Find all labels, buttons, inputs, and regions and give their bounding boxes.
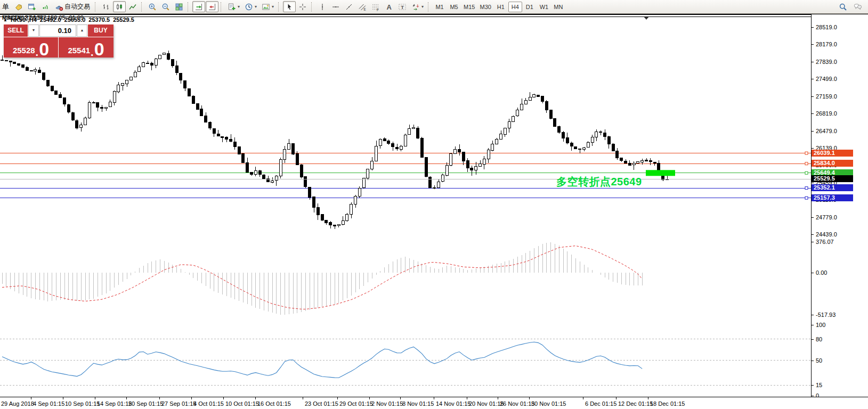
fibonacci-button[interactable]: F [369, 1, 382, 12]
tf-mn-button[interactable]: MN [551, 2, 565, 12]
tile-windows-button[interactable] [173, 1, 185, 12]
time-axis-tick [337, 397, 338, 399]
axis-tick [812, 148, 814, 149]
search-button[interactable] [837, 1, 849, 12]
indicators-icon [228, 3, 236, 11]
vertical-line-button[interactable] [316, 1, 329, 12]
axis-tick [812, 44, 814, 45]
periods-dropdown-icon[interactable]: ▾ [255, 4, 257, 9]
time-axis-tick [223, 397, 224, 399]
level-price-tag: 25352.1 [812, 184, 853, 191]
price-axis[interactable]: 28519.028179.027839.027499.027159.026819… [811, 14, 868, 397]
axis-tick [812, 131, 814, 132]
sell-price-dot: . [36, 48, 39, 56]
horizontal-line-icon [331, 3, 340, 11]
line-anchor-marker[interactable] [805, 152, 808, 154]
indicators-dropdown-icon[interactable]: ▾ [238, 4, 240, 9]
line-anchor-marker[interactable] [805, 162, 808, 165]
time-axis-tick [303, 397, 303, 399]
volume-decrease-button[interactable]: ▼ [28, 24, 39, 37]
time-axis-tick [191, 397, 192, 399]
arrows-button[interactable]: ▾ [409, 1, 426, 12]
crosshair-button[interactable] [296, 1, 309, 12]
sell-price-pips: 0 [39, 42, 49, 56]
rsi-scale-label: 15 [816, 382, 822, 388]
toolbar-separator [141, 2, 144, 12]
axis-tick [812, 113, 814, 114]
collapse-panel-icon[interactable]: ▲ [3, 17, 7, 23]
new-order-button[interactable] [12, 1, 25, 12]
toolbar: 单 自动交易▾▾▾EFAT▾M1M5M15M30H1H4D1W1MN [0, 0, 868, 14]
buy-price-button[interactable]: 25541.0 [59, 37, 113, 58]
bid-price-tag: 25529.5 [812, 175, 853, 182]
zoom-in-button[interactable] [146, 1, 159, 12]
price-tick-label: 28179.0 [816, 41, 837, 47]
tf-d1-button[interactable]: D1 [523, 2, 537, 12]
tf-m30-button[interactable]: M30 [477, 2, 493, 12]
chart-shift-button[interactable] [206, 1, 218, 12]
candlestick-chart-button[interactable] [113, 1, 126, 12]
tf-h1-button[interactable]: H1 [494, 2, 508, 12]
cursor-icon [285, 3, 294, 11]
main-chart-canvas[interactable] [0, 14, 811, 231]
line-anchor-marker[interactable] [805, 171, 808, 174]
tf-w1-button[interactable]: W1 [537, 2, 551, 12]
line-chart-button[interactable] [126, 1, 139, 12]
autotrading-button[interactable]: 自动交易 [52, 1, 93, 12]
toolbar-separator [188, 2, 190, 12]
equidistant-channel-button[interactable]: E [356, 1, 369, 12]
tf-m5-button[interactable]: M5 [447, 2, 461, 12]
menu-fragment[interactable]: 单 [2, 2, 9, 12]
templates-dropdown-icon[interactable]: ▾ [272, 4, 274, 9]
new-chart-button[interactable] [26, 1, 38, 12]
buy-button[interactable]: BUY [88, 24, 113, 37]
tf-h4-button[interactable]: H4 [508, 2, 522, 12]
auto-scroll-button[interactable] [192, 1, 205, 12]
date-label: 14 Nov 01:15 [436, 400, 470, 407]
volume-input[interactable] [39, 24, 76, 37]
axis-tick [812, 27, 814, 28]
macd-canvas[interactable] [0, 233, 811, 319]
periods-icon [245, 3, 253, 11]
time-axis-tick [95, 397, 95, 399]
text-button[interactable]: A [383, 1, 395, 12]
candlestick-series [1, 51, 669, 230]
chat-button[interactable] [851, 1, 864, 12]
text-label-button[interactable]: T [396, 1, 409, 12]
date-label: 8 Nov 01:15 [402, 400, 434, 407]
time-axis-tick [583, 397, 583, 399]
zoom-in-icon [148, 3, 157, 11]
tf-m15-button[interactable]: M15 [461, 2, 477, 12]
volume-increase-button[interactable]: ▲ [77, 24, 87, 37]
price-tick-label: 26819.0 [816, 110, 837, 117]
buy-price-figure: 25541 [68, 46, 90, 54]
sell-price-button[interactable]: 25528.0 [4, 37, 58, 58]
ohlc-low: 25370.5 [88, 17, 110, 23]
bar-chart-button[interactable] [100, 1, 112, 12]
time-axis-tick [369, 397, 370, 399]
toolbar-right-group [837, 1, 866, 12]
cursor-button[interactable] [283, 1, 296, 12]
rsi-canvas[interactable] [0, 322, 811, 397]
templates-button[interactable]: ▾ [259, 1, 276, 12]
level-price-tag: 26039.1 [812, 150, 853, 157]
price-tick-label: 27499.0 [816, 76, 837, 82]
templates-icon [262, 3, 270, 11]
time-axis-tick [31, 397, 31, 399]
tf-m1-button[interactable]: M1 [433, 2, 447, 12]
trend-line-button[interactable] [343, 1, 355, 12]
signals-button[interactable] [39, 1, 52, 12]
line-anchor-marker[interactable] [805, 197, 808, 199]
sell-button[interactable]: SELL [4, 24, 28, 37]
text-label-icon: T [398, 3, 407, 11]
bar-chart-icon [102, 3, 110, 11]
arrows-icon [411, 3, 420, 11]
periods-button[interactable]: ▾ [242, 1, 259, 12]
horizontal-line-button[interactable] [329, 1, 342, 12]
arrows-dropdown-icon[interactable]: ▾ [421, 4, 424, 9]
zoom-out-button[interactable] [159, 1, 172, 12]
date-label: 12 Dec 01:15 [618, 400, 653, 407]
time-axis[interactable]: 29 Aug 20184 Sep 01:1510 Sep 01:1514 Sep… [0, 397, 868, 409]
line-anchor-marker[interactable] [805, 187, 808, 190]
indicators-button[interactable]: ▾ [225, 1, 242, 12]
